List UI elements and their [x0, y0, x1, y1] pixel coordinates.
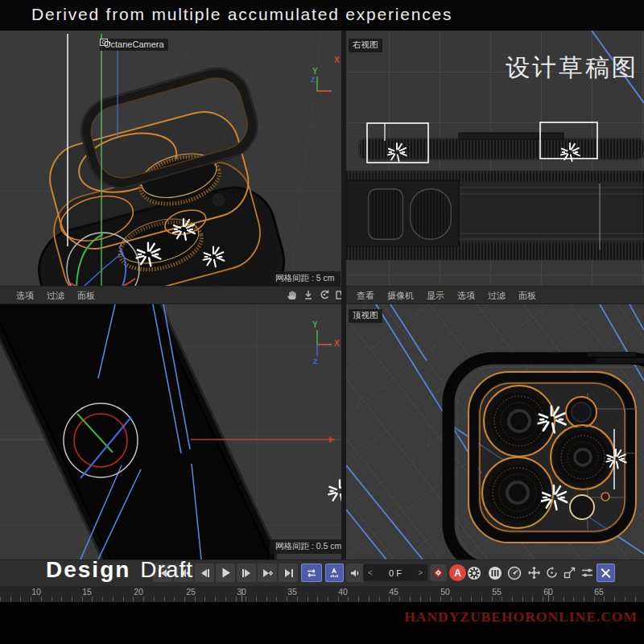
menu-display[interactable]: 显示	[427, 290, 444, 302]
rotate-icon[interactable]	[319, 289, 330, 301]
axis-z-label: Z	[313, 357, 318, 365]
camera-icon	[100, 39, 111, 47]
menu-filter-left[interactable]: 过滤	[47, 290, 64, 302]
ruler-label: 20	[128, 587, 149, 597]
keyframe-selection-button[interactable]	[486, 564, 504, 582]
next-frame-button[interactable]	[237, 564, 256, 582]
key-rotation-toggle[interactable]	[543, 564, 560, 582]
ruler-label: 35	[282, 587, 303, 597]
keyframe-mode-toggle[interactable]	[325, 564, 344, 582]
ruler-ticks	[0, 597, 644, 601]
draft-title-overlay: DesignDraft	[46, 557, 193, 583]
key-scale-toggle[interactable]	[560, 564, 578, 582]
prev-frame-button[interactable]	[195, 564, 214, 582]
viewport-menubar: 选项 过滤 面板 查看 摄像机 显示 选项 过滤 面板	[0, 286, 644, 304]
frame-marker-30[interactable]	[242, 588, 242, 601]
key-pla-toggle[interactable]	[597, 564, 615, 582]
play-button[interactable]	[216, 564, 235, 582]
menu-panel-right[interactable]: 面板	[518, 290, 536, 302]
ruler-label: 50	[435, 587, 456, 597]
top-view-canvas	[346, 304, 644, 559]
viewport-top-view[interactable]: 顶视图	[346, 304, 644, 559]
timeline-options-button[interactable]	[506, 564, 523, 582]
menu-options-right[interactable]: 选项	[457, 290, 475, 302]
viewport-nav-icons	[287, 289, 346, 301]
axis-x-label: X	[334, 56, 340, 64]
keying-settings-button[interactable]	[465, 564, 483, 582]
grid-spacing-label: 网格间距 : 5 cm	[270, 271, 341, 286]
viewport-name-label: 右视图	[349, 39, 382, 52]
goto-end-button[interactable]	[279, 564, 298, 582]
key-position-toggle[interactable]	[525, 564, 543, 582]
ruler-label: 55	[486, 587, 507, 597]
ruler-label: 25	[180, 587, 201, 597]
record-keyframe-button[interactable]	[430, 564, 447, 581]
active-camera-label[interactable]: OctaneCamera	[100, 39, 168, 51]
bottom-strip: HANDYZUBEHORONLINE.COM	[0, 602, 644, 644]
ruler-label: 40	[332, 587, 353, 597]
sketch-title-overlay: 设计草稿图	[506, 52, 638, 85]
frame-value: 0 F	[389, 568, 402, 578]
menu-cameras[interactable]: 摄像机	[387, 290, 414, 302]
zoom-icon[interactable]	[303, 289, 314, 301]
menu-options-left[interactable]: 选项	[16, 290, 34, 302]
menu-filter-right[interactable]: 过滤	[488, 290, 506, 302]
viewport-perspective[interactable]: Y Z X OctaneCamera 网格间距 : 5 cm	[0, 31, 341, 286]
axis-x-label: X	[334, 339, 340, 348]
application-window: Derived from multiple accumulated experi…	[0, 0, 644, 644]
flash-ring	[570, 495, 594, 519]
axis-gizmo	[317, 76, 332, 91]
ruler-label: 45	[383, 587, 404, 597]
timeline-ruler[interactable]: 10 15 20 25 30 35 40 45 50 55 60 65	[0, 586, 644, 602]
top-banner: Derived from multiple accumulated experi…	[0, 0, 644, 31]
menu-view[interactable]: 查看	[357, 290, 374, 302]
mic-dot	[601, 493, 609, 501]
sparkle-decoration	[328, 480, 341, 502]
menu-panel-left[interactable]: 面板	[77, 290, 95, 302]
watermark-site: HANDYZUBEHORONLINE.COM	[404, 609, 638, 625]
perspective-canvas	[0, 31, 341, 286]
pan-icon[interactable]	[287, 289, 298, 301]
viewport-front-view[interactable]: Y X Z 网格间距 : 0.5 cm	[0, 304, 341, 559]
ruler-label: 10	[26, 587, 47, 597]
frame-prev-arrow[interactable]: <	[368, 568, 373, 577]
axis-y-label: Y	[312, 67, 318, 76]
viewport-divider[interactable]	[341, 31, 346, 559]
grid-spacing-label: 网格间距 : 0.5 cm	[270, 539, 341, 554]
ruler-label: 15	[76, 587, 97, 597]
current-frame-field[interactable]: < 0 F >	[363, 564, 427, 581]
frame-next-arrow[interactable]: >	[418, 568, 423, 577]
axis-y-label: Y	[312, 320, 318, 329]
frame-marker-60[interactable]	[548, 588, 549, 601]
front-view-canvas	[0, 304, 341, 559]
sound-toggle[interactable]	[346, 564, 365, 582]
banner-title: Derived from multiple accumulated experi…	[31, 5, 452, 24]
axis-z-label: Z	[311, 76, 316, 84]
loop-playback-toggle[interactable]	[301, 564, 322, 582]
autokey-button[interactable]: A	[449, 564, 466, 581]
key-parameter-toggle[interactable]	[578, 564, 596, 582]
next-key-button[interactable]	[258, 564, 277, 582]
ruler-label: 65	[588, 587, 609, 597]
viewport-name-label: 顶视图	[349, 309, 382, 323]
